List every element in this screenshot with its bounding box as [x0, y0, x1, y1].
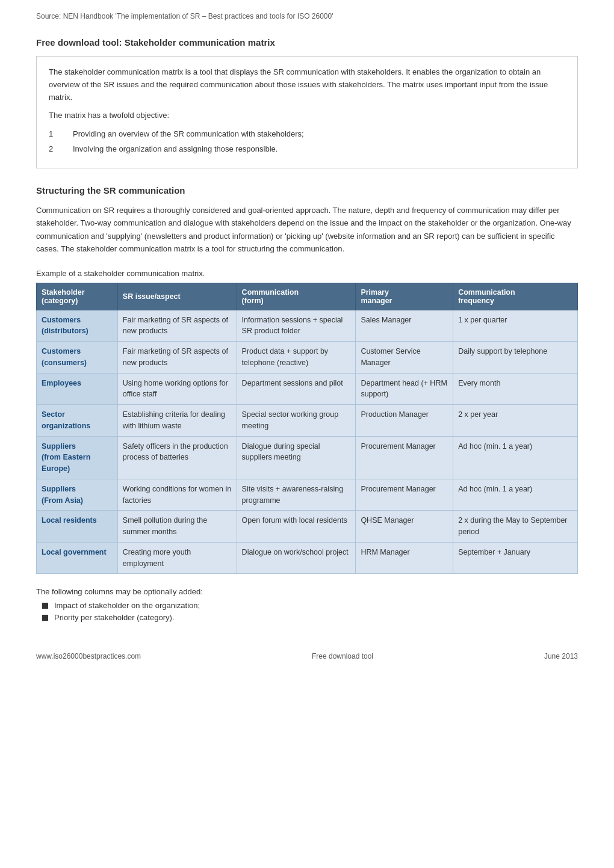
- table-cell-issue: Using home working options for office st…: [117, 373, 237, 405]
- footer-website: www.iso26000bestpractices.com: [36, 652, 141, 660]
- table-cell-issue: Fair marketing of SR aspects of new prod…: [117, 342, 237, 374]
- list-item-2: 2 Involving the organization and assigni…: [49, 143, 565, 156]
- table-cell-communication: Product data + support by telephone (rea…: [237, 342, 356, 374]
- table-row: Local residentsSmell pollution during th…: [37, 511, 578, 543]
- info-para1: The stakeholder communication matrix is …: [49, 66, 565, 103]
- table-cell-issue: Safety officers in the production proces…: [117, 436, 237, 479]
- optional-col-text-2: Priority per stakeholder (category).: [54, 613, 174, 622]
- table-cell-manager: Production Manager: [356, 405, 453, 437]
- table-cell-frequency: 2 x per year: [453, 405, 578, 437]
- col-header-stakeholder: Stakeholder(category): [37, 283, 118, 310]
- table-cell-frequency: 2 x during the May to September period: [453, 511, 578, 543]
- table-cell-frequency: Every month: [453, 373, 578, 405]
- source-line: Source: NEN Handbook 'The implementation…: [36, 12, 578, 20]
- optional-col-2: Priority per stakeholder (category).: [42, 613, 578, 622]
- table-row: Suppliers(from Eastern Europe)Safety off…: [37, 436, 578, 479]
- list-text-1: Providing an overview of the SR communic…: [73, 128, 304, 141]
- list-item-1: 1 Providing an overview of the SR commun…: [49, 128, 565, 141]
- optional-columns-list: Impact of stakeholder on the organizatio…: [36, 601, 578, 622]
- main-title: Free download tool: Stakeholder communic…: [36, 37, 578, 48]
- info-para2: The matrix has a twofold objective:: [49, 109, 565, 122]
- table-cell-manager: Procurement Manager: [356, 479, 453, 511]
- table-cell-communication: Dialogue on work/school project: [237, 542, 356, 574]
- table-cell-category: Suppliers(from Eastern Europe): [37, 436, 118, 479]
- table-cell-frequency: 1 x per quarter: [453, 310, 578, 342]
- footer-center: Free download tool: [312, 652, 373, 660]
- list-num-2: 2: [49, 143, 61, 156]
- table-cell-communication: Department sessions and pilot: [237, 373, 356, 405]
- table-row: Suppliers(From Asia)Working conditions f…: [37, 479, 578, 511]
- table-row: Local governmentCreating more youth empl…: [37, 542, 578, 574]
- list-text-2: Involving the organization and assigning…: [73, 143, 278, 156]
- optional-col-1: Impact of stakeholder on the organizatio…: [42, 601, 578, 610]
- footer-date: June 2013: [544, 652, 578, 660]
- table-cell-category: Employees: [37, 373, 118, 405]
- table-cell-category: Local government: [37, 542, 118, 574]
- table-cell-category: Sectororganizations: [37, 405, 118, 437]
- table-cell-frequency: Ad hoc (min. 1 a year): [453, 436, 578, 479]
- table-header-row: Stakeholder(category) SR issue/aspect Co…: [37, 283, 578, 310]
- bullet-icon-1: [42, 603, 48, 609]
- table-cell-frequency: Ad hoc (min. 1 a year): [453, 479, 578, 511]
- sr-section-title: Structuring the SR communication: [36, 185, 578, 195]
- table-cell-communication: Open forum with local residents: [237, 511, 356, 543]
- info-list: 1 Providing an overview of the SR commun…: [49, 128, 565, 156]
- col-header-manager: Primarymanager: [356, 283, 453, 310]
- table-cell-communication: Dialogue during special suppliers meetin…: [237, 436, 356, 479]
- table-cell-frequency: September + January: [453, 542, 578, 574]
- table-cell-manager: Department head (+ HRM support): [356, 373, 453, 405]
- table-row: SectororganizationsEstablishing criteria…: [37, 405, 578, 437]
- table-cell-category: Customers(consumers): [37, 342, 118, 374]
- table-cell-manager: QHSE Manager: [356, 511, 453, 543]
- table-cell-manager: Customer Service Manager: [356, 342, 453, 374]
- info-box: The stakeholder communication matrix is …: [36, 56, 578, 168]
- table-cell-category: Customers(distributors): [37, 310, 118, 342]
- optional-columns-section: The following columns may be optionally …: [36, 587, 578, 622]
- stakeholder-table: Stakeholder(category) SR issue/aspect Co…: [36, 283, 578, 574]
- table-row: Customers(consumers)Fair marketing of SR…: [37, 342, 578, 374]
- table-caption: Example of a stakeholder communication m…: [36, 269, 578, 278]
- table-cell-issue: Establishing criteria for dealing with l…: [117, 405, 237, 437]
- table-row: Customers(distributors)Fair marketing of…: [37, 310, 578, 342]
- table-cell-communication: Information sessions + special SR produc…: [237, 310, 356, 342]
- table-cell-frequency: Daily support by telephone: [453, 342, 578, 374]
- col-header-communication: Communication(form): [237, 283, 356, 310]
- table-cell-manager: HRM Manager: [356, 542, 453, 574]
- table-cell-manager: Procurement Manager: [356, 436, 453, 479]
- table-cell-communication: Site visits + awareness-raising programm…: [237, 479, 356, 511]
- optional-col-text-1: Impact of stakeholder on the organizatio…: [54, 601, 200, 610]
- col-header-issue: SR issue/aspect: [117, 283, 237, 310]
- table-cell-category: Local residents: [37, 511, 118, 543]
- optional-columns-intro: The following columns may be optionally …: [36, 587, 578, 596]
- bullet-icon-2: [42, 615, 48, 621]
- list-num-1: 1: [49, 128, 61, 141]
- table-cell-manager: Sales Manager: [356, 310, 453, 342]
- table-cell-category: Suppliers(From Asia): [37, 479, 118, 511]
- table-cell-issue: Fair marketing of SR aspects of new prod…: [117, 310, 237, 342]
- table-cell-communication: Special sector working group meeting: [237, 405, 356, 437]
- table-cell-issue: Working conditions for women in factorie…: [117, 479, 237, 511]
- footer: www.iso26000bestpractices.com Free downl…: [36, 646, 578, 660]
- table-row: EmployeesUsing home working options for …: [37, 373, 578, 405]
- sr-body: Communication on SR requires a thoroughl…: [36, 204, 578, 256]
- table-cell-issue: Smell pollution during the summer months: [117, 511, 237, 543]
- table-cell-issue: Creating more youth employment: [117, 542, 237, 574]
- col-header-frequency: Communicationfrequency: [453, 283, 578, 310]
